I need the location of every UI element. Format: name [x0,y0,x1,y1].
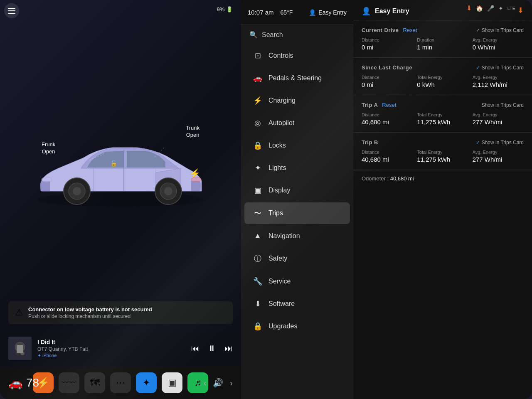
status-temp: 65°F [281,9,293,16]
right-section: 10:07 am 65°F 👤 Easy Entry 🔍 Search ⊡ Co… [241,0,532,399]
svg-point-9 [73,187,81,195]
svg-rect-2 [8,13,15,14]
odometer-label: Odometer : [362,175,389,182]
service-label: Service [268,278,291,285]
menu-item-pedals[interactable]: 🚗 Pedals & Steering [244,68,350,89]
service-icon: 🔧 [253,277,263,286]
prev-button[interactable]: ⏮ [191,344,200,353]
menu-item-trips[interactable]: 〜 Trips [244,202,350,224]
next-button[interactable]: ⏭ [224,344,233,353]
avg-energy-label: Avg. Energy [473,37,524,42]
since-last-charge-section: Since Last Charge ✓ Show in Trips Card D… [353,58,532,95]
menu-item-autopilot[interactable]: ◎ Autopilot [244,113,350,133]
since-last-charge-label: Since Last Charge [362,64,412,71]
search-icon: 🔍 [249,31,258,39]
upgrades-icon: 🔒 [253,322,263,331]
trunk-label: Trunk Open [186,125,200,139]
car-visualization: Frunk Open Trunk Open [8,33,233,316]
trip-b-distance: Distance 40,680 mi [362,150,413,163]
software-icon: ⬇ [253,299,263,308]
menu-item-service[interactable]: 🔧 Service [244,271,350,292]
safety-icon: ⓘ [253,254,263,264]
since-last-charge-show-trips[interactable]: ✓ Show in Trips Card [476,65,524,71]
since-distance: Distance 0 mi [362,75,413,88]
trip-b-header: Trip B ✓ Show in Trips Card [362,139,524,145]
trip-a-reset[interactable]: Reset [382,102,396,108]
taskbar: 🚗 78 › ⚡ 〰〰 🗺 ⋯ ✦ ▣ ♬ ‹ 🔊 › [0,367,241,399]
menu-item-charging[interactable]: ⚡ Charging [244,90,350,111]
autopilot-icon: ◎ [253,118,263,128]
trip-b-stats: Distance 40,680 mi Total Energy 11,275 k… [362,150,524,163]
song-title: I Did It [37,339,185,345]
song-info: I Did It OT7 Quanny, YTB Fatt ✦ iPhone [37,339,185,358]
song-source: ✦ iPhone [37,353,185,358]
trip-b-total-energy: Total Energy 11,275 kWh [417,150,468,163]
taskbar-left: 🚗 78 › [8,376,45,390]
car-status-icon: 🚗 [8,376,23,390]
menu-item-lights[interactable]: ✦ Lights [244,158,350,178]
music-controls: ⏮ ⏸ ⏭ [191,344,233,353]
trip-a-avg-energy: Avg. Energy 277 Wh/mi [473,112,524,126]
since-last-charge-header: Since Last Charge ✓ Show in Trips Card [362,64,524,71]
locks-label: Locks [268,142,286,149]
taskbar-icons: ⚡ 〰〰 🗺 ⋯ ✦ ▣ ♬ [33,372,208,393]
menu-item-safety[interactable]: ⓘ Safety [244,248,350,269]
since-avg-energy: Avg. Energy 2,112 Wh/mi [473,75,524,88]
prev-track-icon: ‹ [204,378,207,388]
menu-item-navigation[interactable]: ▲ Navigation [244,226,350,246]
trip-a-total-energy: Total Energy 11,275 kWh [417,112,468,126]
odometer-value: 40,680 mi [390,175,414,182]
easy-entry-title: Easy Entry [375,7,409,15]
search-item[interactable]: 🔍 Search [241,25,353,44]
menu-item-upgrades[interactable]: 🔒 Upgrades [244,316,350,337]
taskbar-icon-window[interactable]: ▣ [162,372,182,393]
taskbar-icon-map[interactable]: 🗺 [84,372,105,393]
car-svg-container: Frunk Open Trunk Open [17,108,224,241]
current-drive-stats: Distance 0 mi Duration 1 min Avg. Energy… [362,37,524,51]
locks-icon: 🔒 [253,141,263,150]
frunk-label: Frunk Open [42,141,55,155]
display-icon: ▣ [253,186,263,195]
volume-icon[interactable]: 🔊 [213,378,223,388]
current-drive-avg-energy: Avg. Energy 0 Wh/mi [473,37,524,51]
trip-a-check: ✓ [476,102,480,108]
play-pause-button[interactable]: ⏸ [208,344,216,353]
taskbar-icon-wave[interactable]: 〰〰 [59,372,79,393]
svg-rect-23 [17,345,23,353]
album-art [8,337,32,360]
charging-label: Charging [268,97,296,104]
middle-menu: 10:07 am 65°F 👤 Easy Entry 🔍 Search ⊡ Co… [241,0,353,399]
since-last-charge-check: ✓ [476,65,480,71]
warning-text: Connector on low voltage battery is not … [28,306,152,319]
status-time: 10:07 am [248,9,274,16]
trip-b-show-trips[interactable]: ✓ Show in Trips Card [476,140,524,145]
current-drive-show-trips[interactable]: ✓ Show in Trips Card [476,27,524,33]
menu-item-software[interactable]: ⬇ Software [244,293,350,314]
navigation-icon: ▲ [253,232,263,240]
right-data-panel: 👤 Easy Entry ⬇ ⬇ 🏠 🎤 ✦ LTE Current Drive… [353,0,532,399]
trip-a-show-trips[interactable]: ✓ Show in Trips Card [476,102,524,108]
current-drive-reset[interactable]: Reset [403,27,417,33]
upgrades-label: Upgrades [268,323,297,330]
taskbar-icon-dots[interactable]: ⋯ [110,372,131,393]
menu-item-display[interactable]: ▣ Display [244,180,350,201]
controls-icon: ⊡ [253,51,263,60]
trip-a-label: Trip A [362,102,378,108]
hamburger-menu-icon[interactable] [4,3,19,18]
warning-main-text: Connector on low voltage battery is not … [28,306,152,313]
menu-item-locks[interactable]: 🔒 Locks [244,135,350,156]
warning-sub-text: Push or slide locking mechanism until se… [28,313,152,319]
temperature-display: 78 [26,376,39,389]
taskbar-icon-bluetooth[interactable]: ✦ [136,372,157,393]
menu-item-controls[interactable]: ⊡ Controls [244,45,350,66]
trip-a-distance: Distance 40,680 mi [362,112,413,126]
music-player: I Did It OT7 Quanny, YTB Fatt ✦ iPhone ⏮… [0,331,241,366]
lte-icon-header: LTE [507,6,515,11]
display-label: Display [268,187,290,194]
right-header-icons: ⬇ 🏠 🎤 ✦ LTE [466,4,515,12]
download-icon-header: ⬇ [466,4,472,12]
right-panel-header: 👤 Easy Entry ⬇ ⬇ 🏠 🎤 ✦ LTE [353,0,532,20]
left-panel: 9% 🔋 Frunk Open Trunk Open [0,0,241,399]
since-total-energy: Total Energy 0 kWh [417,75,468,88]
trip-b-avg-energy: Avg. Energy 277 Wh/mi [473,150,524,163]
